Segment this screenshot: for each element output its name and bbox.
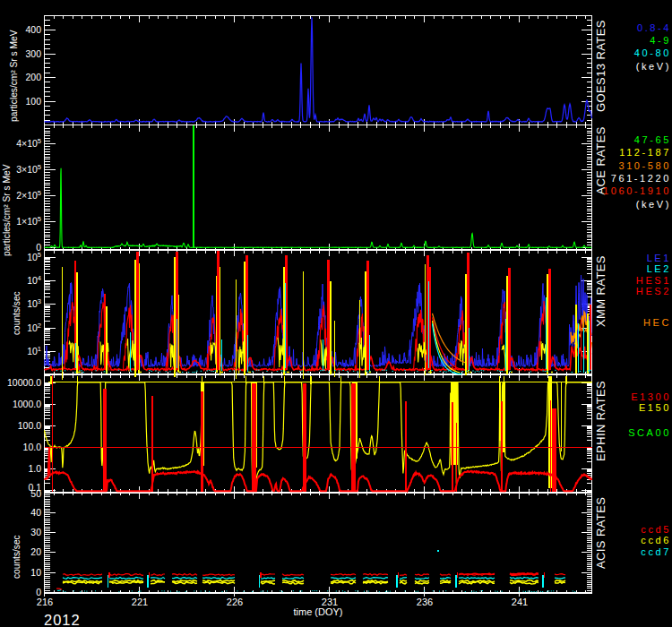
svg-text:10: 10 bbox=[30, 567, 41, 578]
svg-text:ACE RATES: ACE RATES bbox=[594, 126, 607, 194]
svg-text:50: 50 bbox=[30, 488, 41, 499]
svg-text:SCA00: SCA00 bbox=[628, 427, 671, 438]
svg-text:HES2: HES2 bbox=[636, 286, 671, 296]
svg-text:LE2: LE2 bbox=[647, 263, 671, 274]
svg-text:231: 231 bbox=[322, 597, 338, 607]
svg-text:2×105: 2×105 bbox=[16, 189, 41, 201]
svg-text:LE1: LE1 bbox=[647, 253, 671, 263]
svg-text:4×105: 4×105 bbox=[16, 137, 41, 149]
svg-text:112-187: 112-187 bbox=[619, 147, 671, 158]
svg-text:2012: 2012 bbox=[44, 612, 81, 627]
svg-text:40: 40 bbox=[30, 507, 41, 518]
svg-text:20: 20 bbox=[30, 546, 41, 557]
svg-text:1000.0: 1000.0 bbox=[13, 399, 41, 409]
svg-text:time (DOY): time (DOY) bbox=[294, 606, 343, 617]
svg-text:GOES13 RATES: GOES13 RATES bbox=[594, 20, 607, 112]
svg-text:236: 236 bbox=[417, 597, 433, 607]
svg-text:particles/cm² Sr s MeV: particles/cm² Sr s MeV bbox=[2, 164, 12, 256]
svg-text:XMM RATES: XMM RATES bbox=[594, 255, 607, 327]
svg-text:47-65: 47-65 bbox=[634, 134, 671, 145]
svg-text:226: 226 bbox=[227, 597, 243, 607]
svg-text:ccd5: ccd5 bbox=[641, 524, 671, 535]
svg-text:300: 300 bbox=[25, 48, 41, 59]
svg-text:100.0: 100.0 bbox=[18, 420, 41, 431]
svg-text:ACIS RATES: ACIS RATES bbox=[594, 497, 607, 569]
svg-text:10000.0: 10000.0 bbox=[7, 377, 41, 388]
svg-text:E150: E150 bbox=[639, 402, 671, 413]
svg-text:counts/sec: counts/sec bbox=[12, 291, 22, 335]
svg-text:761-1220: 761-1220 bbox=[611, 173, 671, 184]
svg-text:HES1: HES1 bbox=[636, 275, 671, 286]
svg-text:1×105: 1×105 bbox=[16, 215, 41, 227]
svg-text:3×105: 3×105 bbox=[16, 163, 41, 175]
svg-text:ccd7: ccd7 bbox=[641, 546, 671, 557]
svg-text:particles/cm² Sr s MeV: particles/cm² Sr s MeV bbox=[9, 30, 19, 122]
svg-text:216: 216 bbox=[37, 597, 53, 607]
svg-text:1060-1910: 1060-1910 bbox=[603, 185, 671, 196]
svg-text:0.8-4: 0.8-4 bbox=[637, 22, 671, 33]
svg-text:(keV): (keV) bbox=[636, 61, 671, 72]
svg-text:241: 241 bbox=[512, 597, 528, 607]
svg-text:310-580: 310-580 bbox=[618, 160, 671, 171]
svg-text:200: 200 bbox=[25, 72, 41, 82]
svg-text:221: 221 bbox=[132, 597, 148, 607]
svg-text:40-80: 40-80 bbox=[634, 47, 671, 58]
svg-text:E1300: E1300 bbox=[631, 391, 671, 402]
svg-text:30: 30 bbox=[30, 527, 41, 537]
svg-text:10.0: 10.0 bbox=[23, 442, 42, 452]
svg-text:4-9: 4-9 bbox=[650, 35, 671, 46]
svg-text:(keV): (keV) bbox=[636, 199, 671, 210]
svg-text:counts/sec: counts/sec bbox=[12, 535, 22, 579]
svg-text:ccd6: ccd6 bbox=[641, 535, 671, 545]
svg-text:HEC: HEC bbox=[643, 317, 671, 328]
svg-text:1.0: 1.0 bbox=[28, 463, 41, 474]
svg-text:100: 100 bbox=[25, 96, 41, 107]
svg-text:400: 400 bbox=[25, 24, 41, 35]
svg-text:EPHIN RATES: EPHIN RATES bbox=[594, 381, 607, 461]
